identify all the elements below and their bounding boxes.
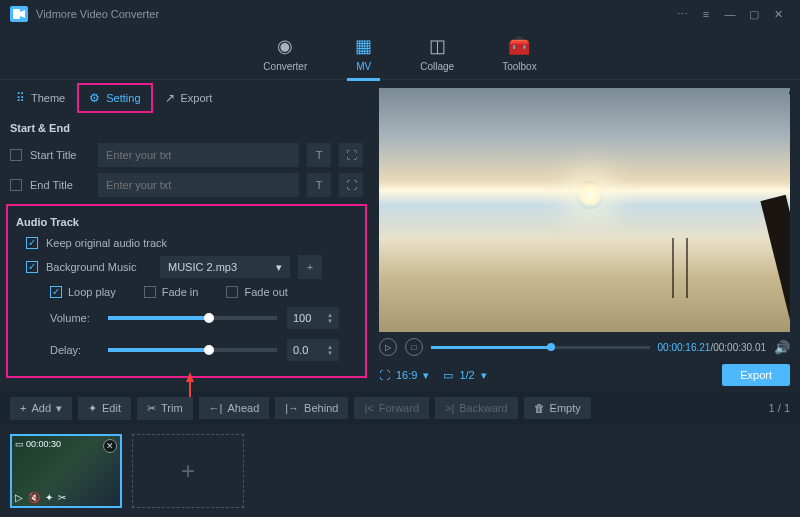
minimize-button[interactable]: — [718,4,742,24]
trim-clip-icon[interactable]: ✂ [58,492,66,503]
start-title-input[interactable] [98,143,299,167]
film-icon: ▭ [15,439,24,449]
collage-icon: ◫ [429,35,446,57]
audio-track-section: Audio Track Keep original audio track Ba… [6,204,367,378]
behind-button[interactable]: |→Behind [275,397,348,419]
backward-button[interactable]: >|Backward [435,397,518,419]
behind-icon: |→ [285,402,299,414]
start-text-style-button[interactable]: T [307,143,331,167]
end-text-style-button[interactable]: T [307,173,331,197]
aspect-dropdown[interactable]: ⛶16:9▾ [379,369,429,382]
tab-converter[interactable]: ◉ Converter [263,28,307,79]
gear-icon: ⚙ [89,91,100,105]
fraction-dropdown[interactable]: ▭1/2▾ [443,369,486,382]
menu-icon[interactable]: ≡ [694,4,718,24]
total-time: 00:00:30.01 [713,342,766,353]
fade-out-checkbox[interactable] [226,286,238,298]
empty-button[interactable]: 🗑Empty [524,397,591,419]
audio-heading: Audio Track [10,210,363,234]
mute-icon[interactable]: 🔇 [28,492,40,503]
export-button[interactable]: Export [722,364,790,386]
chat-icon[interactable]: ⋯ [670,4,694,24]
bg-music-label: Background Music [46,261,152,273]
theme-icon: ⠿ [16,91,25,105]
time-slider[interactable] [431,346,650,349]
end-title-checkbox[interactable] [10,179,22,191]
music-file-dropdown[interactable]: MUSIC 2.mp3 ▾ [160,256,290,278]
plus-icon: + [20,402,26,414]
clip-thumbnail[interactable]: ▭00:00:30 ✕ ▷ 🔇 ✦ ✂ [10,434,122,508]
subtab-setting[interactable]: ⚙ Setting [77,83,152,113]
clip-duration: ▭00:00:30 [15,439,61,449]
converter-icon: ◉ [277,35,293,57]
chevron-down-icon: ▾ [481,369,487,382]
add-music-button[interactable]: + [298,255,322,279]
app-logo [10,6,28,22]
tab-collage[interactable]: ◫ Collage [420,28,454,79]
start-title-checkbox[interactable] [10,149,22,161]
trash-icon: 🗑 [534,402,545,414]
chevron-down-icon: ▾ [423,369,429,382]
end-expand-button[interactable]: ⛶ [339,173,363,197]
subtab-theme[interactable]: ⠿ Theme [6,85,75,111]
end-title-input[interactable] [98,173,299,197]
ahead-button[interactable]: ←|Ahead [199,397,270,419]
toolbox-icon: 🧰 [508,35,530,57]
fade-in-checkbox[interactable] [144,286,156,298]
tab-mv[interactable]: ▦ MV [355,28,372,79]
start-end-heading: Start & End [0,116,373,140]
volume-label: Volume: [50,312,98,324]
mv-icon: ▦ [355,35,372,57]
volume-spinner[interactable]: ▲▼ [327,312,333,324]
delay-slider[interactable] [108,348,277,352]
volume-value-box[interactable]: 100▲▼ [287,307,339,329]
chevron-down-icon: ▾ [276,261,282,274]
app-title: Vidmore Video Converter [36,8,670,20]
page-indicator: 1 / 1 [769,402,790,414]
backward-icon: >| [445,402,454,414]
play-icon[interactable]: ▷ [15,492,23,503]
annotation-arrow [0,378,373,400]
ahead-icon: ←| [209,402,223,414]
svg-rect-0 [13,9,20,19]
start-expand-button[interactable]: ⛶ [339,143,363,167]
tab-toolbox[interactable]: 🧰 Toolbox [502,28,536,79]
loop-play-checkbox[interactable] [50,286,62,298]
play-button[interactable]: ▷ [379,338,397,356]
maximize-button[interactable]: ▢ [742,4,766,24]
end-title-label: End Title [30,179,90,191]
keep-original-label: Keep original audio track [46,237,167,249]
current-time: 00:00:16.21 [658,342,711,353]
delay-value-box[interactable]: 0.0▲▼ [287,339,339,361]
scissors-icon: ✂ [147,402,156,415]
edit-clip-icon[interactable]: ✦ [45,492,53,503]
delay-spinner[interactable]: ▲▼ [327,344,333,356]
delay-label: Delay: [50,344,98,356]
add-clip-button[interactable]: + [132,434,244,508]
forward-icon: |< [364,402,373,414]
chevron-down-icon: ▾ [56,402,62,415]
keep-original-checkbox[interactable] [26,237,38,249]
export-icon: ↗ [165,91,175,105]
forward-button[interactable]: |<Forward [354,397,429,419]
remove-clip-button[interactable]: ✕ [103,439,117,453]
volume-slider[interactable] [108,316,277,320]
video-preview[interactable] [379,88,790,332]
volume-icon[interactable]: 🔊 [774,340,790,355]
subtab-export[interactable]: ↗ Export [155,85,223,111]
bg-music-checkbox[interactable] [26,261,38,273]
wand-icon: ✦ [88,402,97,415]
close-button[interactable]: ✕ [766,4,790,24]
start-title-label: Start Title [30,149,90,161]
stop-button[interactable]: □ [405,338,423,356]
